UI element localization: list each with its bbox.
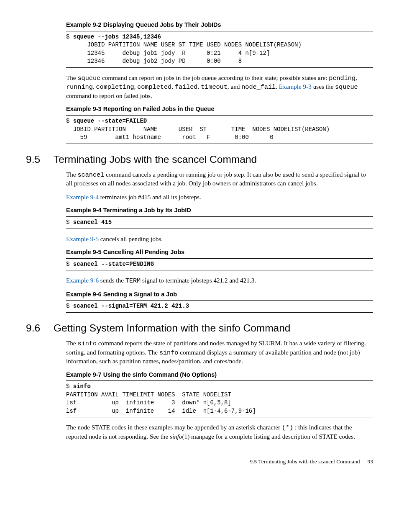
paragraph-scancel-intro: The scancel command cancels a pending or… [26,170,373,188]
code-scancel: scancel [77,171,104,179]
shell-command: scancel --state=PENDING [73,261,154,267]
shell-output: PARTITION AVAIL TIMELIMIT NODES STATE NO… [66,391,256,414]
example-9-2-title: Example 9-2 Displaying Queued Jobs by Th… [26,21,373,29]
example-9-3-title: Example 9-3 Reporting on Failed Jobs in … [26,105,373,113]
code-sinfo: sinfo [159,349,179,357]
code-squeue: squeue [77,75,100,82]
section-9-6-heading: 9.6 Getting System Information with the … [26,321,373,335]
footer-section-label: 9.5 Terminating Jobs with the scancel Co… [250,458,360,465]
shell-command: squeue --state=FAILED [73,118,147,124]
shell-command: sinfo [73,383,91,390]
shell-prompt: $ [66,219,73,226]
shell-prompt: $ [66,303,73,309]
section-number: 9.5 [26,152,54,166]
example-9-5-title: Example 9-5 Cancelling All Pending Jobs [26,248,373,257]
paragraph-squeue-states: The squeue command can report on jobs in… [26,74,373,100]
example-9-5-code: $ scancel --state=PENDING [66,258,373,271]
code-asterisk: (*) [282,424,293,432]
section-title: Terminating Jobs with the scancel Comman… [54,152,373,166]
code-term: TERM [125,277,141,285]
shell-command: scancel --signal=TERM 421.2 421.3 [73,303,189,309]
shell-prompt: $ [66,118,73,124]
paragraph-ex96-ref: Example 9-6 sends the TERM signal to ter… [26,276,373,285]
example-9-7-code: $ sinfo PARTITION AVAIL TIMELIMIT NODES … [66,380,373,417]
page-footer: 9.5 Terminating Jobs with the scancel Co… [26,458,373,465]
code-sinfo: sinfo [77,340,97,347]
example-9-3-code: $ squeue --state=FAILED JOBID PARTITION … [66,115,373,144]
paragraph-state-note: The node STATE codes in these examples m… [26,423,373,441]
example-9-2-code: $ squeue --jobs 12345,12346 JOBID PARTIT… [66,31,373,68]
footer-page-number: 93 [368,458,373,465]
link-example-9-4[interactable]: Example 9-4 [66,193,99,200]
shell-prompt: $ [66,33,73,40]
example-9-6-code: $ scancel --signal=TERM 421.2 421.3 [66,300,373,313]
shell-output: JOBID PARTITION NAME USER ST TIME NODES … [66,126,330,141]
section-9-5-heading: 9.5 Terminating Jobs with the scancel Co… [26,152,373,166]
shell-prompt: $ [66,261,73,267]
shell-output: JOBID PARTITION NAME USER ST TIME_USED N… [66,41,302,64]
section-number: 9.6 [26,321,54,335]
example-9-4-title: Example 9-4 Terminating a Job by Its Job… [26,206,373,215]
paragraph-ex95-ref: Example 9-5 cancels all pending jobs. [26,235,373,244]
example-9-6-title: Example 9-6 Sending a Signal to a Job [26,290,373,299]
shell-command: squeue --jobs 12345,12346 [73,33,161,40]
link-example-9-6[interactable]: Example 9-6 [66,277,99,284]
shell-prompt: $ [66,383,73,390]
section-title: Getting System Information with the sinf… [54,321,373,335]
example-9-4-code: $ scancel 415 [66,216,373,229]
example-9-7-title: Example 9-7 Using the sinfo Command (No … [26,371,373,379]
shell-command: scancel 415 [73,219,112,226]
paragraph-sinfo-intro: The sinfo command reports the state of p… [26,339,373,366]
manpage-sinfo: sinfo [170,433,182,440]
paragraph-ex94-ref: Example 9-4 terminates job #415 and all … [26,193,373,202]
link-example-9-5[interactable]: Example 9-5 [66,235,99,242]
link-example-9-3[interactable]: Example 9-3 [279,83,312,90]
